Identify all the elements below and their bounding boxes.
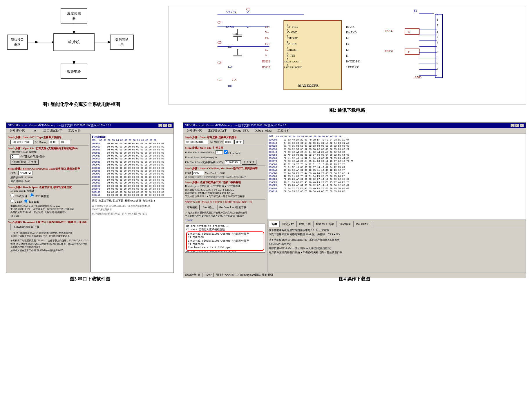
- fig4-checksum-label: File Check Sum/文件校验和(HEX):: [185, 161, 224, 164]
- fig3-speed-6t[interactable]: [10, 193, 14, 197]
- menu-serial-helper[interactable]: 串口调试助手: [41, 128, 64, 133]
- svg-text:rAND: rAND: [414, 76, 421, 79]
- svg-text:V+ GND: V+ GND: [287, 31, 297, 34]
- fig3-addr-start[interactable]: [49, 140, 59, 144]
- fig4-maximize-btn[interactable]: □: [515, 124, 519, 127]
- maximize-btn[interactable]: □: [163, 124, 167, 127]
- fig4-menu-filebuf[interactable]: 文件缓冲区: [184, 128, 204, 133]
- fig4-minimize-btn[interactable]: _: [511, 124, 515, 127]
- svg-text:窃边接口: 窃边接口: [11, 38, 24, 41]
- fig4-user-startup: 用户软件启动内部看门狗后 ● 只有停电关看门狗 ○ 复位关看门狗: [269, 250, 524, 254]
- menu-no[interactable]: _no_: [29, 128, 39, 133]
- fig4-tab-custom[interactable]: 自定义数: [280, 221, 296, 227]
- fig3-open-file-btn[interactable]: OpenFile/打开文件: [10, 159, 39, 165]
- svg-text:10 TXD P31: 10 TXD P31: [346, 60, 361, 63]
- fig3-user-startup: 用户软件启动内部看门狗后：只有停电关看门狗 · 复位: [92, 212, 172, 215]
- svg-text:C5: C5: [218, 40, 222, 44]
- fig4-tab-check-mcu[interactable]: 检查MCU选项: [313, 221, 337, 227]
- fig4-right-options: 选项 自定义数 脱机下载 检查MCU选项 自动增量 ISP DEMO 以下功能单…: [267, 220, 526, 272]
- fig4-step2-label: Step2/步骤2: Open File / 打开文件: [185, 146, 265, 150]
- svg-text:4: 4: [437, 41, 438, 44]
- fig4-log-area: We are trying to program... Chinese:正在进入…: [185, 224, 265, 253]
- fig3-gain-2[interactable]: [10, 199, 14, 203]
- fig4-outer: STC-ISP.exe http://www.MCU-Memory.com 技术…: [183, 122, 526, 282]
- fig3-window: STC-ISP.exe http://www.MCU-Memory.com 技术…: [6, 122, 174, 273]
- minimize-btn[interactable]: _: [158, 124, 162, 127]
- fig4-stop-btn[interactable]: Stop/停止: [201, 205, 216, 210]
- svg-text:C2.: C2.: [218, 78, 222, 82]
- fig4-step1-label: Step1/步骤1: Select 芯片选择 选择单片机型号: [185, 136, 265, 139]
- fig3-file-buffer-title: File Buffer:: [92, 135, 172, 138]
- fig4-buf-start-input[interactable]: [216, 150, 223, 154]
- fig3-com-select[interactable]: COM1: [18, 171, 32, 175]
- fig3-gain-full[interactable]: [24, 199, 28, 203]
- fig3-addr-end[interactable]: [60, 140, 70, 144]
- fig4-clear-btn[interactable]: Clear: [202, 273, 213, 277]
- fig3-mcu-type-row: AP Memory: [10, 140, 88, 144]
- svg-text:7: 7: [437, 24, 438, 27]
- svg-text:3: 3: [437, 67, 438, 70]
- fig4-section3: 以下功能仅针对 STC89C51RC/RD+ 系列单片机新版本C版有效2005年…: [269, 238, 524, 246]
- fig4-menu-project[interactable]: 工程文件: [276, 128, 292, 133]
- svg-text:C2.: C2.: [232, 78, 237, 82]
- fig3-window-title: STC-ISP.exe http://www.MCU-Memory.com 技术…: [8, 123, 111, 127]
- fig4-com-input[interactable]: [192, 171, 204, 175]
- fig4-tab-auto-inc[interactable]: 自动增量: [337, 221, 354, 227]
- fig4-tab-isp-demo[interactable]: ISP DEMO: [354, 221, 372, 227]
- svg-text:9: 9: [437, 61, 438, 64]
- fig3-menu-bar: 文件缓冲区 _no_ 串口调试助手 工程文件: [6, 128, 173, 134]
- fig4-mcu-input[interactable]: [185, 140, 208, 144]
- fig4-program-btn[interactable]: 芯片编程: [185, 205, 200, 210]
- svg-text:RS232: RS232: [385, 29, 393, 33]
- svg-text:示: 示: [120, 43, 124, 46]
- fig4-addr-start[interactable]: [224, 140, 233, 144]
- svg-text:C4: C4: [218, 20, 222, 24]
- fig4-checksum-input[interactable]: [225, 160, 241, 164]
- svg-text:R: R: [408, 30, 410, 33]
- svg-text:8: 8: [287, 64, 288, 66]
- svg-text:10: 10: [435, 50, 438, 54]
- top-section: 温度传感 器 单片机 数码管显 示: [6, 6, 526, 114]
- svg-text:14: 14: [346, 37, 349, 40]
- svg-text:RS232: RS232: [385, 49, 393, 53]
- fig4-right-panel: 地址 00 01 02 03 04 05 06 07 08 09 0A 0B 0…: [267, 134, 526, 272]
- svg-text:RS232: RS232: [262, 66, 270, 69]
- fig4-addr-end[interactable]: [234, 140, 244, 144]
- fig4-open-file-btn[interactable]: 打开文件: [242, 160, 256, 165]
- fig4-buf-start-label: Buffer Start Address(HEX):: [185, 151, 214, 154]
- fig4-clear-buf[interactable]: [224, 150, 228, 154]
- fig3-download-btn[interactable]: Download/重复下载: [10, 224, 43, 230]
- fig4-tab-offline[interactable]: 脱机下载: [296, 221, 313, 227]
- svg-text:C2-: C2-: [265, 48, 269, 51]
- fig3-title-bar: STC-ISP.exe http://www.MCU-Memory.com 技术…: [6, 123, 173, 128]
- fig4-menu-debug-xdata[interactable]: Debug_xdata: [253, 128, 273, 133]
- fig4-close-btn[interactable]: ×: [520, 124, 524, 127]
- fig3-right-panel: File Buffer: 地址 00 01 02 03 04 05 06 07 …: [91, 134, 173, 272]
- fig2-caption: 图2 通讯下载电路: [168, 107, 526, 114]
- fig4-log-line3: Internal clock:11.057265MHz /内部时钟频率 11.0…: [188, 233, 263, 239]
- fig4-menu-serial[interactable]: 串口调试助手: [206, 128, 229, 133]
- fig4-log-line2: Chinese:正在进入正式编程阶段: [186, 228, 264, 232]
- fig4-main-content: Step1/步骤1: Select 芯片选择 选择单片机型号 AP Memory…: [183, 134, 526, 272]
- fig4-options-content: 以下功能单片机底层软件固件版本号 2.8x 以上才有效 下次下载用户应用程序时将…: [269, 228, 524, 254]
- fig4-tab-options[interactable]: 选项: [269, 221, 280, 227]
- menu-file-buffer[interactable]: 文件缓冲区: [8, 128, 27, 133]
- svg-text:电路: 电路: [14, 43, 21, 46]
- svg-text:温度传感: 温度传感: [67, 11, 81, 15]
- fig3-speed-1ct[interactable]: [30, 193, 34, 197]
- fig4-success-count: 成功计数: 0: [185, 273, 200, 277]
- menu-project[interactable]: 工程文件: [66, 128, 83, 133]
- svg-text:VCCS: VCCS: [226, 10, 236, 14]
- fig4-menu-debug-sfr[interactable]: Debug_SFR: [231, 128, 250, 133]
- fig4-check1: ↙ 每次下载前重新调入已打开在缓冲区的文件, 方便调试使用: [185, 211, 265, 214]
- fig3-start-addr-input[interactable]: [10, 154, 19, 159]
- fig4-check2: 当目标代码发生变化后自动调入文件, 并立即发送下载命令: [185, 214, 265, 218]
- fig4-win-controls[interactable]: _ □ ×: [511, 124, 524, 127]
- win-controls[interactable]: _ □ ×: [158, 124, 172, 127]
- close-btn[interactable]: ×: [168, 124, 172, 127]
- fig4-re-download-btn[interactable]: Re-Download/重复下载: [217, 205, 248, 210]
- fig3-mcu-input[interactable]: [10, 140, 34, 144]
- fig4-window-title: STC-ISP.exe http://www.MCU-Memory.com 技术…: [185, 123, 287, 127]
- bottom-section: STC-ISP.exe http://www.MCU-Memory.com 技术…: [6, 122, 526, 282]
- svg-text:rAND: rAND: [226, 25, 234, 28]
